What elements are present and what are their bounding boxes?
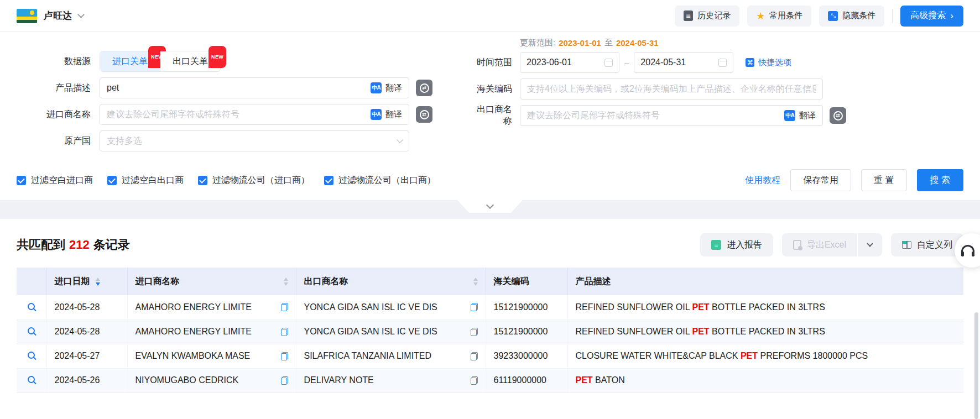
save-favorite-button[interactable]: 保存常用 <box>790 169 851 191</box>
preview-search-icon[interactable] <box>28 376 35 383</box>
sort-icon[interactable] <box>96 277 100 286</box>
table-header-row: 进口日期 进口商名称 出口商名称 <box>17 268 963 295</box>
history-button[interactable]: ≣ 历史记录 <box>675 6 739 27</box>
form-left-column: 数据源 进口关单 NEW 出口关单 NEW 产品描述 <box>17 35 459 157</box>
cell-hs-code: 15121900000 <box>486 320 567 344</box>
country-chevron-down-icon[interactable] <box>77 11 85 18</box>
cell-exporter: YONCA GIDA SAN ISL IC VE DIS <box>304 302 437 312</box>
export-excel-group: 导出Excel <box>782 233 882 256</box>
quick-options-label: 快捷选项 <box>758 57 791 68</box>
product-text: BOTTLE PACKED IN 3LTRS <box>710 302 825 312</box>
report-icon: ≡ <box>711 240 721 250</box>
header-exporter-name[interactable]: 出口商名称 <box>296 268 486 295</box>
sort-icon[interactable] <box>473 277 478 286</box>
swap-icon: ⇄ <box>833 111 843 121</box>
product-input[interactable] <box>107 83 365 93</box>
cell-product: REFINED SUNFLOWER OIL PET BOTTLE PACKED … <box>567 320 963 344</box>
product-text: REFINED SUNFLOWER OIL <box>576 302 692 312</box>
translate-icon: 中A <box>371 109 382 120</box>
datasource-label: 数据源 <box>17 56 100 67</box>
copy-icon[interactable] <box>471 328 478 336</box>
exporter-swap-button[interactable]: ⇄ <box>830 107 846 124</box>
checkbox-checked-icon[interactable] <box>324 176 333 185</box>
filter-label: 过滤物流公司（出口商） <box>338 175 436 186</box>
table-row: 2024-05-27 EVALYN KWAMBOKA MASE SILAFRIC… <box>17 344 963 368</box>
advanced-search-button[interactable]: 高级搜索 › <box>900 6 963 27</box>
cell-product: PET BATON <box>567 368 963 392</box>
vertical-scrollbar[interactable] <box>974 312 978 419</box>
quick-options-link[interactable]: ⌘ 快捷选项 <box>746 57 791 68</box>
translate-icon: 中A <box>371 82 382 93</box>
header-importer-name[interactable]: 进口商名称 <box>127 268 296 295</box>
header-label: 进口日期 <box>55 276 90 287</box>
product-text: REFINED SUNFLOWER OIL <box>576 327 692 336</box>
hide-conditions-button[interactable]: ⤡ 隐藏条件 <box>819 6 884 27</box>
trade-search-page: 卢旺达 ≣ 历史记录 ★ 常用条件 ⤡ 隐藏条件 高级搜索 › <box>0 0 980 419</box>
header-import-date[interactable]: 进口日期 <box>46 268 127 295</box>
checkbox-checked-icon[interactable] <box>17 176 26 185</box>
enter-report-button[interactable]: ≡ 进入报告 <box>700 233 773 256</box>
results-table: 进口日期 进口商名称 出口商名称 <box>17 268 963 393</box>
importer-translate-button[interactable]: 中A 翻译 <box>371 109 402 120</box>
cell-product: CLOSURE WATER WHITE&CAP BLACK PET PREFOR… <box>567 344 963 368</box>
columns-grid-icon <box>902 241 911 249</box>
copy-icon[interactable] <box>281 352 288 360</box>
date-range-separator: – <box>624 58 629 67</box>
filter-blank-exporter[interactable]: 过滤空白出口商 <box>107 175 184 186</box>
table-row: 2024-05-28 AMAHORO ENERGY LIMITE YONCA G… <box>17 295 963 320</box>
sort-icon[interactable] <box>284 277 288 286</box>
rwanda-flag-icon <box>17 9 37 23</box>
origin-select[interactable]: 支持多选 <box>100 130 409 151</box>
copy-icon[interactable] <box>471 352 478 360</box>
tab-import-declarations[interactable]: 进口关单 NEW <box>100 51 160 71</box>
date-to-input[interactable]: 2024-05-31 <box>634 52 733 73</box>
product-text: BOTTLE PACKED IN 3LTRS <box>710 327 825 336</box>
tab-export-declarations[interactable]: 出口关单 NEW <box>160 51 220 71</box>
date-from-input[interactable]: 2023-06-01 <box>520 52 619 73</box>
topbar-actions: ≣ 历史记录 ★ 常用条件 ⤡ 隐藏条件 高级搜索 › <box>675 6 963 27</box>
reset-button[interactable]: 重 置 <box>861 169 906 191</box>
table-row: 2024-05-26 NIYOMUGABO CEDRICK DELIVARY N… <box>17 368 963 392</box>
export-dropdown-button[interactable] <box>858 233 882 256</box>
importer-input[interactable] <box>107 109 365 119</box>
country-selector-label[interactable]: 卢旺达 <box>44 9 72 22</box>
cell-hs-code: 61119000000 <box>486 368 567 392</box>
count-suffix: 条记录 <box>93 238 130 252</box>
filter-logistics-exporter[interactable]: 过滤物流公司（出口商） <box>324 175 436 186</box>
importer-swap-button[interactable]: ⇄ <box>416 106 432 123</box>
table-row: 2024-05-28 AMAHORO ENERGY LIMITE YONCA G… <box>17 320 963 344</box>
copy-icon[interactable] <box>471 376 478 385</box>
preview-search-icon[interactable] <box>28 327 35 334</box>
report-label: 进入报告 <box>727 239 762 251</box>
product-text: BATON <box>593 375 625 385</box>
exporter-input[interactable] <box>527 111 779 121</box>
favorite-conditions-button[interactable]: ★ 常用条件 <box>747 6 811 27</box>
product-swap-button[interactable]: ⇄ <box>416 80 432 96</box>
copy-icon[interactable] <box>281 303 288 311</box>
checkbox-checked-icon[interactable] <box>198 176 207 185</box>
search-button[interactable]: 搜 索 <box>917 169 963 191</box>
collapse-strip <box>0 200 980 219</box>
copy-icon[interactable] <box>281 328 288 336</box>
results-header: 共匹配到212条记录 ≡ 进入报告 导出Excel <box>17 219 963 268</box>
calendar-icon <box>718 59 727 67</box>
tab-label: 出口关单 <box>173 56 208 66</box>
tutorial-link[interactable]: 使用教程 <box>745 175 780 186</box>
exporter-translate-button[interactable]: 中A 翻译 <box>784 110 816 121</box>
product-translate-button[interactable]: 中A 翻译 <box>371 82 402 93</box>
export-excel-button[interactable]: 导出Excel <box>782 233 857 256</box>
filter-blank-importer[interactable]: 过滤空白进口商 <box>17 175 93 186</box>
preview-search-icon[interactable] <box>28 303 35 310</box>
preview-search-icon[interactable] <box>28 352 35 359</box>
customize-columns-button[interactable]: 自定义列 <box>891 233 963 256</box>
arrow-right-icon: › <box>950 11 953 22</box>
exporter-row: 出口商名称 中A 翻译 ⇄ <box>470 105 963 126</box>
filter-logistics-importer[interactable]: 过滤物流公司（进口商） <box>198 175 310 186</box>
checkbox-checked-icon[interactable] <box>107 176 117 185</box>
copy-icon[interactable] <box>471 303 478 311</box>
copy-icon[interactable] <box>281 376 288 385</box>
collapse-form-tab[interactable] <box>457 200 523 213</box>
product-text: PREFORMS 1800000 PCS <box>758 351 868 360</box>
history-label: 历史记录 <box>697 11 731 21</box>
hs-code-input[interactable] <box>527 84 816 94</box>
